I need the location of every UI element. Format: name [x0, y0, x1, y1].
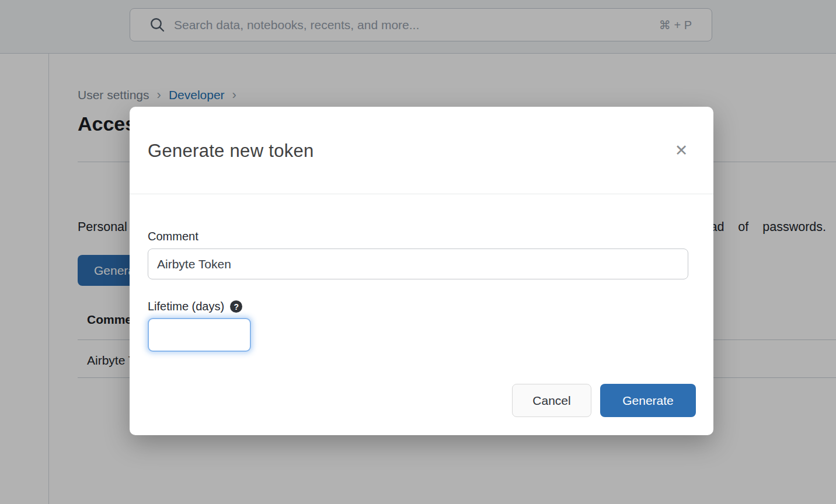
lifetime-input[interactable] — [148, 318, 251, 352]
generate-token-modal: Generate new token ✕ Comment Lifetime (d… — [130, 107, 713, 435]
comment-input[interactable] — [148, 249, 688, 279]
comment-label: Comment — [148, 230, 198, 243]
help-icon[interactable]: ? — [230, 300, 242, 313]
close-icon[interactable]: ✕ — [671, 141, 691, 160]
modal-title: Generate new token — [148, 141, 314, 162]
lifetime-label: Lifetime (days) — [148, 300, 224, 313]
lifetime-label-row: Lifetime (days) ? — [148, 300, 242, 313]
cancel-button[interactable]: Cancel — [512, 384, 591, 417]
generate-button[interactable]: Generate — [600, 384, 696, 417]
modal-header: Generate new token ✕ — [130, 107, 713, 194]
